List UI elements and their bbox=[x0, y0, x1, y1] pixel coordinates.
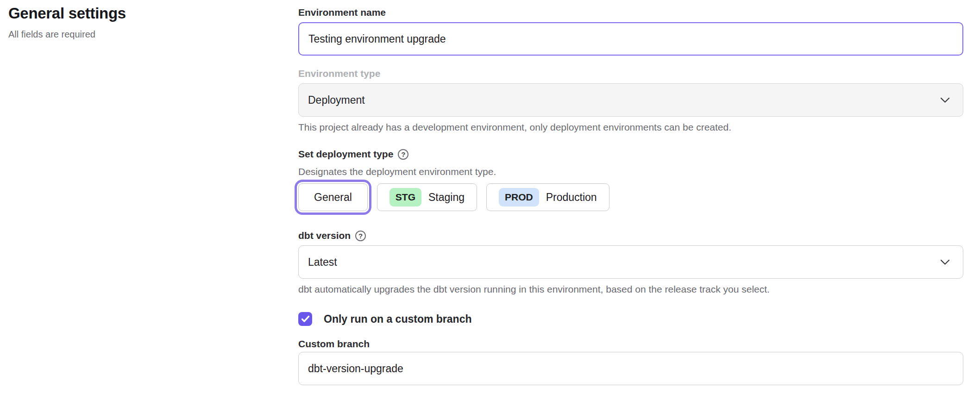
check-icon bbox=[301, 315, 310, 323]
dbt-version-group: dbt version ? Latest dbt automatically u… bbox=[298, 230, 963, 295]
deployment-type-helper: Designates the deployment environment ty… bbox=[298, 166, 963, 178]
custom-branch-checkbox[interactable] bbox=[298, 312, 312, 326]
environment-type-group: Environment type Deployment This project… bbox=[298, 68, 963, 133]
environment-type-value: Deployment bbox=[308, 94, 365, 106]
environment-type-select[interactable]: Deployment bbox=[298, 83, 963, 117]
environment-settings-form: Environment name Environment type Deploy… bbox=[298, 6, 963, 385]
deployment-type-label-row: Set deployment type ? bbox=[298, 148, 963, 160]
page-header: General settings All fields are required bbox=[8, 5, 126, 40]
deployment-type-general-label: General bbox=[314, 191, 352, 204]
deployment-type-production-button[interactable]: PROD Production bbox=[486, 183, 609, 211]
production-badge: PROD bbox=[499, 188, 539, 206]
custom-branch-label: Custom branch bbox=[298, 338, 963, 350]
page-subtitle: All fields are required bbox=[8, 29, 126, 40]
deployment-type-options: General STG Staging PROD Production bbox=[298, 183, 963, 211]
dbt-version-helper: dbt automatically upgrades the dbt versi… bbox=[298, 283, 963, 295]
environment-name-group: Environment name bbox=[298, 6, 963, 56]
environment-type-label: Environment type bbox=[298, 68, 963, 80]
help-icon[interactable]: ? bbox=[398, 149, 408, 160]
deployment-type-staging-label: Staging bbox=[428, 191, 465, 204]
deployment-type-staging-button[interactable]: STG Staging bbox=[377, 183, 477, 211]
custom-branch-group: Custom branch bbox=[298, 338, 963, 385]
environment-name-input[interactable] bbox=[298, 22, 963, 56]
environment-name-label: Environment name bbox=[298, 6, 963, 19]
dbt-version-value: Latest bbox=[308, 256, 337, 269]
custom-branch-checkbox-row: Only run on a custom branch bbox=[298, 312, 963, 326]
environment-type-helper: This project already has a development e… bbox=[298, 121, 963, 133]
dbt-version-select[interactable]: Latest bbox=[298, 245, 963, 279]
deployment-type-general-button[interactable]: General bbox=[298, 183, 368, 211]
chevron-down-icon bbox=[940, 97, 950, 103]
deployment-type-group: Set deployment type ? Designates the dep… bbox=[298, 148, 963, 211]
help-icon[interactable]: ? bbox=[355, 231, 366, 241]
dbt-version-label: dbt version bbox=[298, 230, 351, 242]
page-title: General settings bbox=[8, 5, 126, 22]
custom-branch-input[interactable] bbox=[298, 352, 963, 385]
staging-badge: STG bbox=[389, 188, 421, 206]
chevron-down-icon bbox=[940, 259, 950, 265]
dbt-version-label-row: dbt version ? bbox=[298, 230, 963, 242]
deployment-type-production-label: Production bbox=[546, 191, 597, 204]
custom-branch-checkbox-label[interactable]: Only run on a custom branch bbox=[324, 313, 471, 325]
deployment-type-label: Set deployment type bbox=[298, 148, 393, 160]
